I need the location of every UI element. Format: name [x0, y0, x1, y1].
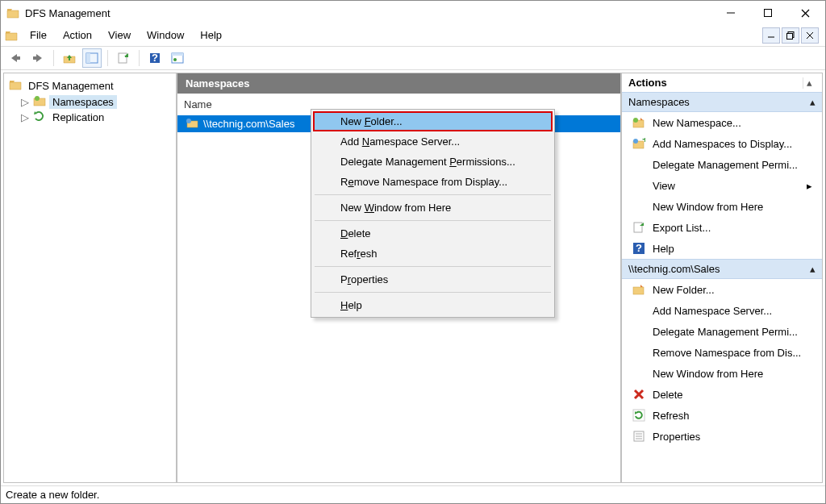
- minimize-button[interactable]: [712, 1, 749, 25]
- help-icon: ?: [632, 242, 646, 255]
- svg-rect-28: [634, 223, 642, 232]
- namespace-icon: [33, 95, 46, 109]
- blank-icon: [632, 158, 646, 171]
- tree-root-dfs[interactable]: DFS Management: [9, 77, 171, 94]
- svg-text:+: +: [642, 138, 645, 145]
- actions-header: Actions ▴: [622, 73, 822, 92]
- menu-view[interactable]: View: [100, 27, 139, 44]
- forward-button[interactable]: [28, 48, 48, 68]
- svg-rect-17: [172, 53, 183, 56]
- export-icon: [632, 221, 646, 234]
- tree-namespaces[interactable]: ▷ Namespaces: [9, 94, 171, 110]
- svg-text:?: ?: [152, 52, 158, 64]
- mdi-restore-button[interactable]: [782, 27, 799, 44]
- ctx-remove-namespace[interactable]: Remove Namespace from Display...: [313, 172, 553, 192]
- replication-icon: [33, 110, 46, 124]
- action-add-namespaces-display[interactable]: + Add Namespaces to Display...: [622, 133, 822, 154]
- context-menu: New Folder... Add Namespace Server... De…: [311, 109, 555, 318]
- svg-point-22: [186, 119, 191, 123]
- ctx-new-folder[interactable]: New Folder...: [313, 111, 553, 131]
- ctx-properties[interactable]: Properties: [313, 269, 553, 289]
- action-label: New Namespace...: [653, 117, 812, 129]
- action-delegate-permissions[interactable]: Delegate Management Permi...: [622, 154, 822, 175]
- ctx-separator: [315, 292, 551, 293]
- action-label: Delegate Management Permi...: [653, 159, 812, 171]
- svg-text:?: ?: [636, 242, 642, 254]
- actions-title: Actions: [628, 77, 803, 89]
- menu-help[interactable]: Help: [192, 27, 230, 44]
- export-button[interactable]: [114, 48, 133, 68]
- svg-point-26: [633, 139, 638, 144]
- action-properties[interactable]: Properties: [622, 426, 822, 447]
- action-add-namespace-server[interactable]: Add Namespace Server...: [622, 300, 822, 321]
- expand-icon[interactable]: ▷: [20, 96, 30, 108]
- back-button[interactable]: [6, 48, 25, 68]
- blank-icon: [632, 325, 646, 338]
- action-remove-namespace[interactable]: Remove Namespace from Dis...: [622, 342, 822, 363]
- namespace-icon: [186, 117, 198, 131]
- menu-file[interactable]: File: [22, 27, 55, 44]
- ctx-delete[interactable]: Delete: [313, 223, 553, 244]
- tree-replication[interactable]: ▷ Replication: [9, 110, 171, 125]
- toolbar-button[interactable]: [168, 48, 187, 68]
- toolbar: ?: [1, 46, 825, 70]
- action-delete[interactable]: Delete: [622, 384, 822, 405]
- action-label: Help: [653, 243, 812, 255]
- ctx-delegate-permissions[interactable]: Delegate Management Permissions...: [313, 152, 553, 172]
- menu-bar: File Action View Window Help: [1, 25, 825, 46]
- action-new-folder[interactable]: New Folder...: [622, 279, 822, 300]
- action-delegate-permissions-2[interactable]: Delegate Management Permi...: [622, 321, 822, 342]
- blank-icon: [632, 179, 646, 192]
- svg-line-3: [802, 10, 809, 17]
- svg-line-2: [802, 10, 809, 17]
- action-new-window-2[interactable]: New Window from Here: [622, 363, 822, 384]
- menu-window[interactable]: Window: [139, 27, 192, 44]
- ctx-refresh[interactable]: Refresh: [313, 244, 553, 264]
- action-refresh[interactable]: Refresh: [622, 405, 822, 426]
- mdi-controls: [762, 27, 822, 44]
- help-button[interactable]: ?: [145, 48, 165, 68]
- mdi-close-button[interactable]: [801, 27, 819, 44]
- ctx-help[interactable]: Help: [313, 295, 553, 315]
- ctx-separator: [315, 220, 551, 221]
- tree-label: Replication: [49, 110, 107, 124]
- pane-header-namespaces: Namespaces: [177, 73, 620, 94]
- action-export-list[interactable]: Export List...: [622, 217, 822, 238]
- ctx-add-namespace-server[interactable]: Add Namespace Server...: [313, 131, 553, 152]
- action-help[interactable]: ? Help: [622, 238, 822, 259]
- list-item-label: \\technig.com\Sales: [203, 118, 294, 130]
- window-title: DFS Management: [25, 7, 712, 19]
- action-view[interactable]: View ▸: [622, 175, 822, 196]
- section-namespaces[interactable]: Namespaces ▴: [622, 92, 822, 112]
- scroll-up-icon[interactable]: ▴: [803, 77, 816, 89]
- action-label: Add Namespace Server...: [653, 305, 812, 317]
- status-bar: Create a new folder.: [1, 485, 825, 503]
- actions-pane: Actions ▴ Namespaces ▴ New Namespace... …: [621, 73, 823, 483]
- ctx-separator: [315, 194, 551, 195]
- app-icon-small: [4, 28, 19, 43]
- section-selected-namespace[interactable]: \\technig.com\Sales ▴: [622, 259, 822, 279]
- svg-rect-1: [765, 10, 772, 17]
- svg-point-18: [173, 58, 177, 61]
- action-label: New Window from Here: [653, 368, 812, 380]
- up-folder-button[interactable]: [60, 48, 79, 68]
- action-new-window[interactable]: New Window from Here: [622, 196, 822, 217]
- center-pane: Namespaces Name \\technig.com\Sales New …: [177, 73, 621, 483]
- mdi-minimize-button[interactable]: [762, 27, 780, 44]
- ctx-new-window[interactable]: New Window from Here: [313, 198, 553, 218]
- maximize-button[interactable]: [749, 1, 786, 25]
- menu-action[interactable]: Action: [55, 27, 100, 44]
- action-label: Delete: [653, 389, 812, 401]
- svg-rect-13: [119, 53, 127, 63]
- svg-rect-10: [33, 56, 37, 60]
- svg-point-20: [35, 96, 40, 101]
- chevron-right-icon: ▸: [807, 180, 812, 192]
- close-button[interactable]: [786, 1, 824, 25]
- new-namespace-icon: [632, 116, 646, 129]
- expand-icon[interactable]: ▷: [20, 111, 30, 123]
- show-hide-tree-button[interactable]: [82, 48, 102, 68]
- tree-label: Namespaces: [49, 95, 117, 109]
- status-text: Create a new folder.: [6, 489, 99, 501]
- action-new-namespace[interactable]: New Namespace...: [622, 112, 822, 133]
- section-label: Namespaces: [628, 96, 810, 108]
